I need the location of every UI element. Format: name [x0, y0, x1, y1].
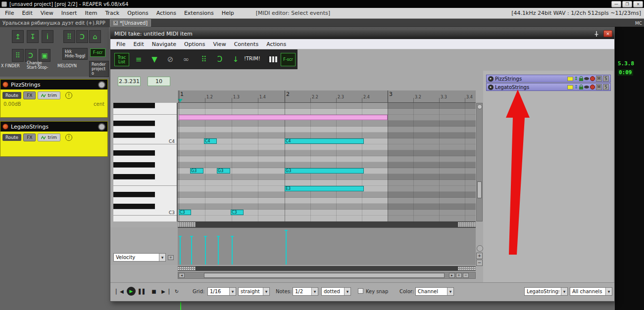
zoom-in-button[interactable]: +	[476, 253, 483, 259]
key-snap-checkbox[interactable]	[358, 288, 363, 294]
tab-unsaved-project[interactable]: × *[Unsaved]	[110, 19, 151, 27]
ripple-icon[interactable]: Ɔ	[76, 30, 88, 43]
menu-options[interactable]: Options	[123, 10, 152, 16]
piano-key-C#3[interactable]	[113, 204, 155, 209]
channel-filter-select[interactable]: All channels ▼	[570, 287, 612, 296]
midi-menu-file[interactable]: File	[112, 41, 129, 47]
midi-device-icon[interactable]	[268, 56, 278, 63]
scroll-left-button[interactable]: ◂	[179, 273, 185, 278]
cc-lane-select[interactable]: Velocity ▼	[113, 253, 166, 262]
fx-button[interactable]: FX	[23, 133, 36, 141]
track-list-button[interactable]: Trac List	[114, 53, 129, 66]
midi-note-g3[interactable]: G3	[285, 168, 364, 174]
swing-icon[interactable]: Ɔ	[213, 53, 226, 65]
midi-note-e3[interactable]: E3	[285, 186, 364, 191]
timeline-ruler[interactable]: 11.21.31.422.22.32.433.23.33.4	[178, 90, 476, 103]
piano-key-D#4[interactable]	[113, 121, 155, 126]
trim-button[interactable]: trim	[38, 91, 60, 99]
menu-file[interactable]: File	[1, 10, 18, 16]
velocity-lane[interactable]	[178, 227, 476, 265]
play-button[interactable]: ▶	[127, 287, 136, 296]
volume-knob[interactable]	[98, 123, 105, 131]
project-path-tab[interactable]: Уральская рябинушка дуэт edit (+).RPP	[0, 20, 105, 26]
menu-help[interactable]: Help	[218, 10, 238, 16]
midi-menu-edit[interactable]: Edit	[129, 41, 148, 47]
hzoom-in-button[interactable]: +	[456, 273, 462, 278]
grid-type-select[interactable]: straight ▼	[238, 287, 270, 296]
lane-divider-handle[interactable]	[178, 221, 476, 227]
track-name[interactable]: PizzStrings	[11, 82, 96, 88]
pin-icon[interactable]	[594, 31, 599, 37]
midi-note-c4[interactable]: C4	[285, 138, 364, 144]
piano-key-C#4[interactable]	[113, 133, 155, 138]
midi-note-c3[interactable]: C3	[179, 210, 191, 215]
horizontal-scrollbar[interactable]: ◂ ▸ + −	[178, 272, 476, 279]
env-alert-button[interactable]: !	[65, 134, 72, 141]
piano-key-D#3[interactable]	[113, 192, 155, 197]
velocity-bar[interactable]	[205, 236, 206, 265]
track-name[interactable]: LegatoStrings	[11, 124, 96, 130]
grid-dots-icon[interactable]: ⠿	[12, 49, 24, 62]
midi-menu-navigate[interactable]: Navigate	[148, 41, 180, 47]
add-cc-lane-button[interactable]: +	[168, 255, 174, 260]
record-arm-button[interactable]	[2, 82, 8, 88]
drag-dots-right[interactable]	[458, 266, 476, 270]
fscr-button[interactable]: F-scr	[281, 53, 296, 66]
scroll-zoom-button[interactable]	[477, 104, 482, 109]
stop-button[interactable]: ■	[149, 287, 158, 295]
menu-track[interactable]: Track	[101, 10, 123, 16]
fx-button[interactable]: FX	[23, 91, 36, 99]
step-input-icon[interactable]: ↓	[229, 53, 242, 65]
piano-key-G#3[interactable]	[113, 162, 155, 168]
lock-icon[interactable]: ▣	[39, 49, 50, 62]
render-icon[interactable]: ↧	[27, 30, 39, 43]
env-alert-button[interactable]: !	[65, 92, 72, 99]
grid-settings-icon[interactable]: ⠿	[63, 30, 75, 43]
trim-button[interactable]: trim	[38, 133, 60, 141]
track-panel-pizzstrings[interactable]: PizzStrings Route FX trim ! 0.00dB cent	[0, 79, 108, 118]
route-button[interactable]: Route	[2, 92, 21, 99]
go-to-start-button[interactable]: ▏◀	[115, 287, 124, 295]
piano-roll-grid[interactable]: C3G3C4G3C3C4G3E3	[178, 103, 476, 221]
track-volume[interactable]: 0.00dB	[3, 101, 21, 107]
go-to-end-button[interactable]: ▶▕	[161, 287, 170, 295]
velocity-bar[interactable]	[286, 230, 287, 265]
toolbar-button-hide-toggle[interactable]: kkk Hide-Toggl	[62, 48, 88, 60]
route-button[interactable]: Route	[2, 134, 21, 141]
event-view-icon[interactable]: ≡	[132, 53, 145, 65]
grid-snap-icon[interactable]: ⠿	[198, 53, 210, 65]
drag-dots-right[interactable]	[458, 222, 476, 227]
close-button[interactable]: ×	[633, 1, 643, 7]
track-panel-legatostrings[interactable]: LegatoStrings Route FX trim !	[0, 121, 108, 157]
midi-note-e4[interactable]	[179, 115, 388, 120]
toolbar-button-melodyne[interactable]: MELODYN	[57, 64, 77, 68]
midi-menu-contents[interactable]: Contents	[230, 41, 262, 47]
midi-editor-window[interactable]: MIDI take: untitled MIDI item × FileEdit…	[110, 28, 615, 302]
ripple-edit-icon[interactable]: Ɔ	[25, 49, 37, 62]
bank-icon[interactable]: ⌂	[89, 30, 101, 43]
window-titlebar[interactable]: [unsaved project] [proj 2/2] - REAPER v6…	[0, 0, 644, 8]
position-display[interactable]: 2.3.231	[118, 77, 141, 86]
hzoom-out-button[interactable]: −	[463, 273, 469, 278]
minimize-button[interactable]: —	[611, 1, 621, 7]
drag-dots-left[interactable]	[178, 222, 196, 227]
piano-key-F#4[interactable]	[113, 103, 155, 108]
maximize-button[interactable]: ❐	[622, 1, 632, 7]
lane-zoom-button[interactable]	[477, 245, 483, 252]
midi-note-g3[interactable]: G3	[190, 168, 203, 174]
menu-insert[interactable]: Insert	[57, 10, 81, 16]
midi-note-c4[interactable]: C4	[204, 138, 217, 144]
menu-edit[interactable]: Edit	[18, 10, 36, 16]
midi-menu-actions[interactable]: Actions	[262, 41, 290, 47]
piano-key-A#3[interactable]	[113, 150, 155, 156]
menu-extensions[interactable]: Extensions	[180, 10, 218, 16]
filter-icon[interactable]: ▼	[148, 53, 161, 65]
midi-editor-titlebar[interactable]: MIDI take: untitled MIDI item ×	[110, 29, 614, 39]
toolbar-button-render-project[interactable]: Render project o	[89, 61, 109, 77]
midi-close-button[interactable]: ×	[603, 30, 612, 37]
toolbar-button-fscr[interactable]: F-scr	[90, 48, 105, 57]
menu-actions[interactable]: Actions	[152, 10, 180, 16]
velocity-bar[interactable]	[218, 236, 219, 265]
unmute-all-icon[interactable]: ⊘	[164, 53, 177, 65]
record-arm-button[interactable]	[2, 124, 8, 130]
